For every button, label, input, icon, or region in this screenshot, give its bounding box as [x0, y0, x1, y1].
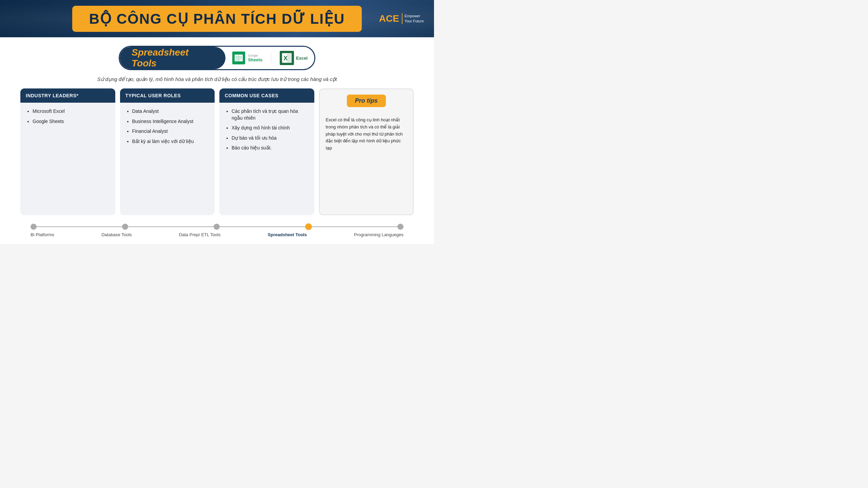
common-use-cases-body: Các phân tích và trực quan hóa ngẫu nhiê… — [219, 103, 314, 215]
ace-text: ACE — [379, 13, 402, 24]
icon-divider — [271, 53, 271, 63]
typical-user-roles-label: TYPICAL USER ROLES — [125, 93, 181, 98]
timeline-item-3 — [214, 224, 220, 230]
excel-label: Excel — [296, 56, 308, 61]
timeline-label-4-active: Spreadsheet Tools — [268, 232, 307, 237]
industry-leaders-body: Microsoft Excel Google Sheets — [20, 103, 115, 215]
pro-tips-header: Pro tips — [320, 89, 413, 111]
typical-user-roles-header: TYPICAL USER ROLES — [120, 88, 215, 103]
excel-svg: X — [280, 51, 294, 65]
list-item: Bất kỳ ai làm việc với dữ liệu — [132, 138, 209, 145]
cards-row: INDUSTRY LEADERS* Microsoft Excel Google… — [20, 88, 414, 215]
timeline-label-5: Programming Langueges — [354, 232, 403, 237]
header-title: BỘ CÔNG CỤ PHÂN TÍCH DỮ LIỆU — [89, 11, 345, 27]
timeline-item-4 — [305, 223, 312, 230]
tool-title-box: Spreadsheet Tools — [120, 47, 225, 69]
list-item: Xây dựng mô hình tài chính — [232, 125, 308, 131]
timeline-dot-5 — [397, 224, 403, 230]
ace-logo: ACE Empower Your Future — [379, 13, 424, 24]
timeline-item-5 — [397, 224, 403, 230]
timeline-bar — [31, 223, 403, 230]
tool-header: Spreadsheet Tools Google — [119, 46, 315, 70]
google-sheets-icon: Google Sheets — [232, 52, 262, 64]
pro-tips-card: Pro tips Excel có thể là công cụ linh ho… — [319, 88, 414, 215]
common-use-cases-label: COMMON USE CASES — [225, 93, 278, 98]
timeline-label-2: Database Tools — [101, 232, 132, 237]
industry-leaders-label: INDUSTRY LEADERS* — [26, 93, 79, 98]
list-item: Dự báo và tối ưu hóa — [232, 135, 308, 142]
tool-description: Sử dụng để tạo, quản lý, mô hình hóa và … — [20, 76, 414, 82]
pro-tips-label: Pro tips — [355, 97, 378, 104]
timeline-dot-3 — [214, 224, 220, 230]
timeline-dot-2 — [122, 224, 128, 230]
list-item: Microsoft Excel — [33, 108, 109, 115]
timeline-item-1 — [31, 224, 37, 230]
svg-rect-10 — [287, 54, 292, 62]
pro-tips-text: Excel có thể là công cụ linh hoạt nhất t… — [326, 117, 407, 152]
timeline-item-2 — [122, 224, 128, 230]
pro-tips-badge: Pro tips — [347, 95, 386, 107]
list-item: Google Sheets — [33, 118, 109, 125]
list-item: Business Intelligence Analyst — [132, 118, 209, 125]
list-item: Các phân tích và trực quan hóa ngẫu nhiê… — [232, 108, 308, 121]
list-item: Data Analyst — [132, 108, 209, 115]
google-sheets-svg — [232, 52, 245, 64]
common-use-cases-header: COMMON USE CASES — [219, 88, 314, 103]
timeline-labels: Bi Platforms Database Tools Data Prep/ E… — [31, 232, 403, 237]
timeline-label-1: Bi Platforms — [31, 232, 54, 237]
excel-icon: X Excel — [280, 51, 308, 65]
typical-user-roles-body: Data Analyst Business Intelligence Analy… — [120, 103, 215, 215]
pro-tips-body: Excel có thể là công cụ linh hoạt nhất t… — [320, 111, 413, 215]
header: BỘ CÔNG CỤ PHÂN TÍCH DỮ LIỆU ACE Empower… — [0, 0, 434, 37]
industry-leaders-card: INDUSTRY LEADERS* Microsoft Excel Google… — [20, 88, 115, 215]
header-title-box: BỘ CÔNG CỤ PHÂN TÍCH DỮ LIỆU — [72, 6, 362, 32]
ace-subtitle: Empower Your Future — [405, 14, 424, 24]
common-use-cases-card: COMMON USE CASES Các phân tích và trực q… — [219, 88, 314, 215]
timeline-section: Bi Platforms Database Tools Data Prep/ E… — [20, 221, 414, 237]
list-item: Financial Analyst — [132, 128, 209, 135]
timeline-dot-1 — [31, 224, 37, 230]
tool-header-wrapper: Spreadsheet Tools Google — [20, 46, 414, 70]
google-sheets-label: Google Sheets — [248, 54, 262, 62]
main-content: Spreadsheet Tools Google — [0, 37, 434, 244]
tool-icons: Google Sheets X Excel — [225, 51, 314, 65]
timeline-dot-4-active — [305, 223, 312, 230]
list-item: Báo cáo hiệu suất. — [232, 145, 308, 151]
industry-leaders-header: INDUSTRY LEADERS* — [20, 88, 115, 103]
timeline-label-3: Data Prep/ ETL Tools — [179, 232, 221, 237]
tool-title: Spreadsheet Tools — [132, 47, 214, 69]
svg-text:X: X — [283, 55, 288, 62]
typical-user-roles-card: TYPICAL USER ROLES Data Analyst Business… — [120, 88, 215, 215]
